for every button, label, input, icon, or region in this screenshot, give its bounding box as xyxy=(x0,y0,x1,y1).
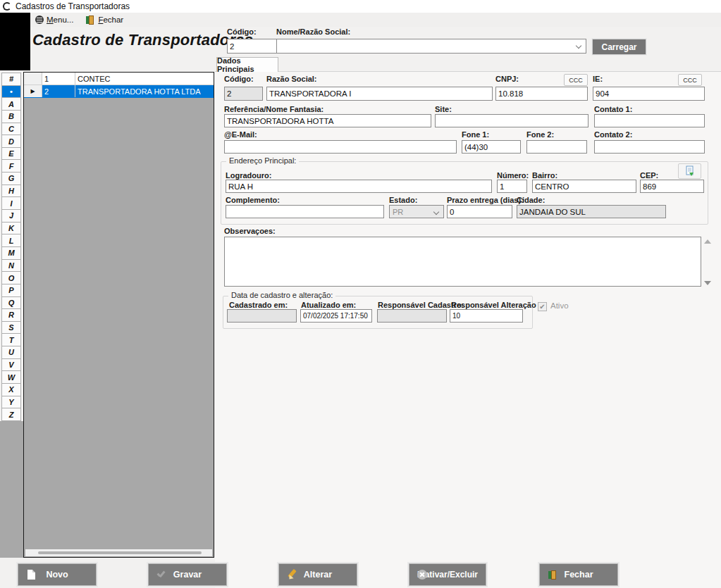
memo-scroll-up-icon[interactable] xyxy=(704,239,711,244)
pencil-icon xyxy=(286,569,297,580)
inativar-excluir-button[interactable]: Inativar/Excluir xyxy=(409,563,486,586)
cnpj-label: CNPJ: xyxy=(495,75,519,83)
logradouro-field[interactable] xyxy=(226,180,492,193)
prazo-field[interactable] xyxy=(447,205,512,218)
ie-label: IE: xyxy=(593,75,603,83)
grid-horizontal-scrollbar[interactable] xyxy=(25,549,212,556)
logo xyxy=(0,13,30,70)
cidade-label: Cidade: xyxy=(517,196,545,204)
novo-button[interactable]: Novo xyxy=(18,563,97,586)
ie-field[interactable] xyxy=(593,87,705,101)
cep-field[interactable] xyxy=(640,180,704,193)
cadastrado-em-field[interactable] xyxy=(227,309,297,323)
letter-button-N[interactable]: N xyxy=(1,260,21,273)
email-field[interactable] xyxy=(224,140,457,154)
new-page-icon xyxy=(25,569,37,580)
letter-button-P[interactable]: P xyxy=(1,284,21,297)
responsavel-cadastro-field[interactable] xyxy=(377,309,447,323)
alterar-button[interactable]: Alterar xyxy=(278,563,357,586)
logradouro-label: Logradouro: xyxy=(226,171,271,180)
exit-door-icon xyxy=(547,569,558,580)
gravar-button-label: Gravar xyxy=(173,570,202,580)
bairro-field[interactable] xyxy=(532,180,636,193)
contato2-field[interactable] xyxy=(594,140,705,154)
letter-button-J[interactable]: J xyxy=(1,210,21,223)
carriers-grid: 1CONTEC▶2TRANSPORTADORA HOTTA LTDA xyxy=(23,72,214,558)
contato1-field[interactable] xyxy=(594,114,705,127)
numero-label: Número: xyxy=(497,171,529,180)
letter-button-E[interactable]: E xyxy=(1,148,21,161)
letter-button-current[interactable]: • xyxy=(1,86,21,99)
cnpj-ccc-button[interactable]: CCC xyxy=(564,74,588,86)
letter-button-X[interactable]: X xyxy=(1,384,21,396)
letter-button-K[interactable]: K xyxy=(1,223,21,235)
observacoes-field[interactable] xyxy=(224,237,701,287)
row-indicator xyxy=(24,73,42,85)
complemento-field[interactable] xyxy=(226,205,384,218)
letter-button-W[interactable]: W xyxy=(1,371,21,384)
estado-combobox[interactable]: PR xyxy=(389,205,444,218)
tab-dados-principais[interactable]: Dados Principais xyxy=(216,57,278,72)
table-row[interactable]: 1CONTEC xyxy=(24,73,214,85)
exit-door-icon xyxy=(86,15,95,25)
fechar-button[interactable]: Fechar xyxy=(539,563,618,586)
site-field[interactable] xyxy=(435,114,588,127)
referencia-field[interactable] xyxy=(224,114,431,127)
letter-button-Y[interactable]: Y xyxy=(1,396,21,409)
search-nome-label: Nome/Razão Social: xyxy=(276,27,350,36)
cidade-field[interactable] xyxy=(517,205,666,218)
fechar-menu-label: Fechar xyxy=(98,15,123,24)
letter-button-H[interactable]: H xyxy=(1,185,21,198)
carregar-button[interactable]: Carregar xyxy=(592,39,646,55)
letter-button-B[interactable]: B xyxy=(1,111,21,123)
fone2-label: Fone 2: xyxy=(526,130,554,139)
codigo-field[interactable] xyxy=(224,87,263,101)
search-nome-combobox[interactable] xyxy=(276,39,586,54)
letter-button-F[interactable]: F xyxy=(1,160,21,173)
search-codigo-input[interactable] xyxy=(227,39,281,54)
letter-button-hash[interactable]: # xyxy=(1,73,21,86)
letter-button-Q[interactable]: Q xyxy=(1,297,21,310)
razao-social-field[interactable] xyxy=(266,87,493,101)
letter-button-G[interactable]: G xyxy=(1,173,21,185)
gravar-button[interactable]: Gravar xyxy=(148,563,227,586)
fone2-field[interactable] xyxy=(526,140,587,154)
letter-button-R[interactable]: R xyxy=(1,309,21,322)
letter-button-V[interactable]: V xyxy=(1,359,21,372)
referencia-label: Referência/Nome Fantasia: xyxy=(224,105,323,113)
fechar-menu-button[interactable]: Fechar xyxy=(86,15,123,25)
ativo-label: Ativo xyxy=(550,301,569,310)
letter-button-I[interactable]: I xyxy=(1,197,21,210)
check-icon xyxy=(156,569,167,580)
letter-button-L[interactable]: L xyxy=(1,234,21,247)
letter-button-T[interactable]: T xyxy=(1,334,21,346)
scrollbar-thumb[interactable] xyxy=(38,551,202,554)
letter-button-A[interactable]: A xyxy=(1,98,21,111)
title-bar: Cadastros de Transportadoras xyxy=(0,0,721,13)
responsavel-alteracao-field[interactable] xyxy=(450,309,523,323)
table-row[interactable]: ▶2TRANSPORTADORA HOTTA LTDA xyxy=(24,85,214,98)
menu-button[interactable]: Menu... xyxy=(35,15,73,24)
cadastrado-em-label: Cadastrado em: xyxy=(229,301,288,309)
responsavel-alteracao-label: Responsável Alteração xyxy=(451,301,536,309)
fone1-field[interactable] xyxy=(462,140,521,154)
chevron-down-icon[interactable] xyxy=(576,43,581,49)
letter-button-M[interactable]: M xyxy=(1,247,21,260)
ie-ccc-button[interactable]: CCC xyxy=(678,74,702,86)
ativo-checkbox[interactable]: ✔ xyxy=(538,302,547,311)
letter-button-S[interactable]: S xyxy=(1,322,21,334)
prazo-label: Prazo entrega (dias): xyxy=(447,196,524,204)
letter-button-D[interactable]: D xyxy=(1,135,21,148)
memo-scroll-down-icon[interactable] xyxy=(704,281,711,285)
letter-button-O[interactable]: O xyxy=(1,272,21,284)
cnpj-field[interactable] xyxy=(495,87,588,101)
letter-button-Z[interactable]: Z xyxy=(1,408,21,421)
cep-lookup-button[interactable] xyxy=(678,163,701,179)
numero-field[interactable] xyxy=(497,180,527,193)
row-name: TRANSPORTADORA HOTTA LTDA xyxy=(75,85,214,97)
letter-button-C[interactable]: C xyxy=(1,123,21,136)
letter-button-U[interactable]: U xyxy=(1,346,21,359)
window-title: Cadastros de Transportadoras xyxy=(16,1,130,11)
atualizado-em-field[interactable] xyxy=(300,309,372,323)
razao-social-label: Razão Social: xyxy=(266,75,317,83)
